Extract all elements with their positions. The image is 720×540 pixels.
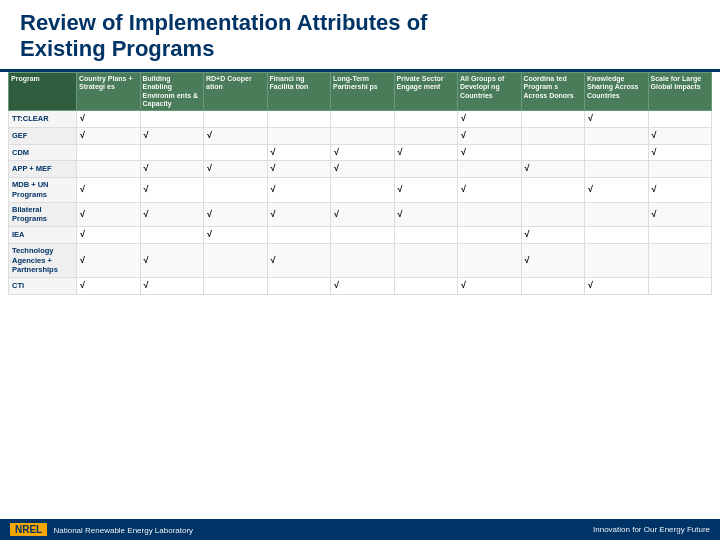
cell-r1-c8 [585, 128, 649, 145]
cell-r4-c8: √ [585, 178, 649, 203]
cell-r3-c6 [458, 161, 522, 178]
cell-r8-c4: √ [331, 278, 395, 295]
checkmark-icon: √ [398, 209, 403, 219]
checkmark-icon: √ [588, 113, 593, 123]
cell-r7-c5 [394, 243, 458, 277]
cell-r2-c6: √ [458, 144, 522, 161]
cell-r2-c2 [204, 144, 268, 161]
cell-program: APP + MEF [9, 161, 77, 178]
table-container: Program Country Plans + Strategi es Buil… [0, 72, 720, 519]
table-row: IEA√√√ [9, 227, 712, 244]
table-row: CTI√√√√√ [9, 278, 712, 295]
checkmark-icon: √ [652, 147, 657, 157]
cell-r3-c1: √ [140, 161, 204, 178]
checkmark-icon: √ [80, 209, 85, 219]
checkmark-icon: √ [144, 130, 149, 140]
checkmark-icon: √ [271, 147, 276, 157]
checkmark-icon: √ [207, 163, 212, 173]
col-header-country-plans: Country Plans + Strategi es [77, 72, 141, 111]
cell-r6-c2: √ [204, 227, 268, 244]
cell-program: GEF [9, 128, 77, 145]
cell-r8-c8: √ [585, 278, 649, 295]
cell-r7-c0: √ [77, 243, 141, 277]
cell-r6-c7: √ [521, 227, 585, 244]
cell-r0-c6: √ [458, 111, 522, 128]
cell-r1-c2: √ [204, 128, 268, 145]
table-row: Bilateral Programs√√√√√√√ [9, 202, 712, 227]
table-row: TT:CLEAR√√√ [9, 111, 712, 128]
cell-r4-c7 [521, 178, 585, 203]
checkmark-icon: √ [398, 147, 403, 157]
checkmark-icon: √ [525, 163, 530, 173]
cell-r2-c3: √ [267, 144, 331, 161]
cell-r4-c9: √ [648, 178, 712, 203]
cell-r1-c1: √ [140, 128, 204, 145]
table-row: APP + MEF√√√√√ [9, 161, 712, 178]
checkmark-icon: √ [652, 130, 657, 140]
cell-program: IEA [9, 227, 77, 244]
cell-r0-c2 [204, 111, 268, 128]
checkmark-icon: √ [461, 113, 466, 123]
checkmark-icon: √ [144, 163, 149, 173]
checkmark-icon: √ [525, 229, 530, 239]
cell-program: TT:CLEAR [9, 111, 77, 128]
checkmark-icon: √ [652, 184, 657, 194]
cell-r5-c3: √ [267, 202, 331, 227]
table-row: GEF√√√√√ [9, 128, 712, 145]
table-body: TT:CLEAR√√√GEF√√√√√CDM√√√√√APP + MEF√√√√… [9, 111, 712, 294]
cell-r1-c7 [521, 128, 585, 145]
page-container: Review of Implementation Attributes of E… [0, 0, 720, 540]
checkmark-icon: √ [80, 113, 85, 123]
col-header-program: Program [9, 72, 77, 111]
cell-r7-c9 [648, 243, 712, 277]
cell-program: Bilateral Programs [9, 202, 77, 227]
col-header-private: Private Sector Engage ment [394, 72, 458, 111]
cell-r3-c2: √ [204, 161, 268, 178]
cell-r5-c6 [458, 202, 522, 227]
cell-r6-c9 [648, 227, 712, 244]
cell-r4-c0: √ [77, 178, 141, 203]
cell-r0-c7 [521, 111, 585, 128]
footer-left: NREL National Renewable Energy Laborator… [10, 523, 193, 536]
checkmark-icon: √ [271, 163, 276, 173]
title-line1: Review of Implementation Attributes of [20, 10, 427, 35]
cell-r7-c8 [585, 243, 649, 277]
table-row: MDB + UN Programs√√√√√√√ [9, 178, 712, 203]
cell-r5-c2: √ [204, 202, 268, 227]
cell-r5-c4: √ [331, 202, 395, 227]
checkmark-icon: √ [144, 280, 149, 290]
col-header-financi: Financi ng Facilita tion [267, 72, 331, 111]
cell-r0-c3 [267, 111, 331, 128]
cell-r0-c0: √ [77, 111, 141, 128]
footer-org-name: National Renewable Energy Laboratory [53, 526, 193, 535]
cell-r7-c3: √ [267, 243, 331, 277]
cell-r1-c4 [331, 128, 395, 145]
checkmark-icon: √ [80, 184, 85, 194]
col-header-longterm: Long-Term Partnershi ps [331, 72, 395, 111]
cell-r4-c2 [204, 178, 268, 203]
cell-r5-c7 [521, 202, 585, 227]
cell-r7-c7: √ [521, 243, 585, 277]
cell-r8-c9 [648, 278, 712, 295]
cell-r7-c2 [204, 243, 268, 277]
checkmark-icon: √ [144, 255, 149, 265]
col-header-coordinated: Coordina ted Program s Across Donors [521, 72, 585, 111]
cell-program: CTI [9, 278, 77, 295]
cell-r1-c0: √ [77, 128, 141, 145]
checkmark-icon: √ [652, 209, 657, 219]
cell-r6-c4 [331, 227, 395, 244]
cell-r4-c4 [331, 178, 395, 203]
cell-r2-c4: √ [331, 144, 395, 161]
cell-r6-c5 [394, 227, 458, 244]
checkmark-icon: √ [461, 147, 466, 157]
title-line2: Existing Programs [20, 36, 214, 61]
cell-r6-c6 [458, 227, 522, 244]
cell-r6-c0: √ [77, 227, 141, 244]
cell-r2-c9: √ [648, 144, 712, 161]
cell-r3-c8 [585, 161, 649, 178]
checkmark-icon: √ [271, 184, 276, 194]
table-header-row: Program Country Plans + Strategi es Buil… [9, 72, 712, 111]
cell-r5-c5: √ [394, 202, 458, 227]
cell-r8-c3 [267, 278, 331, 295]
checkmark-icon: √ [334, 280, 339, 290]
